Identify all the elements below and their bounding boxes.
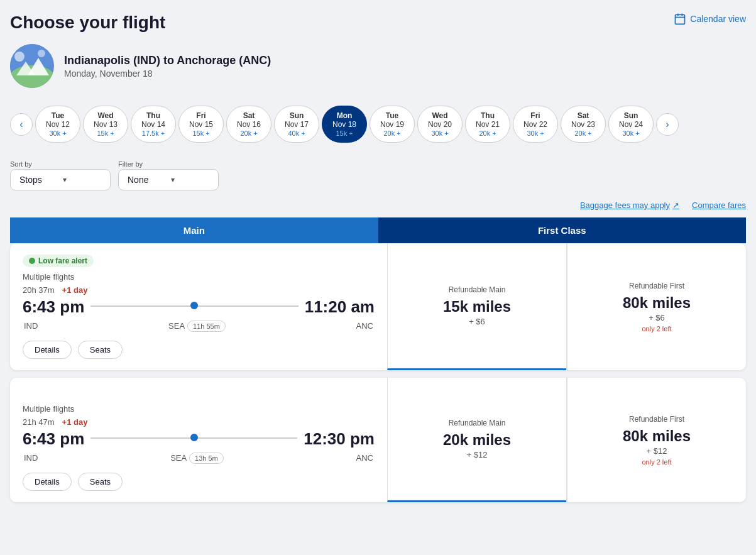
day-label: Sat: [578, 111, 589, 120]
first-fare-miles: 80k miles: [623, 427, 691, 445]
date-pill-thu-nov14[interactable]: Thu Nov 14 17.5k +: [131, 106, 176, 143]
date-pill-wed-nov13[interactable]: Wed Nov 13 15k +: [83, 106, 128, 143]
date-selector: ‹ Tue Nov 12 30k + Wed Nov 13 15k + Thu …: [10, 101, 746, 148]
svg-point-8: [14, 52, 25, 62]
main-fare-option[interactable]: Refundable Main 15k miles + $6: [387, 243, 566, 370]
flight-card-1: Low fare alert Multiple flights 20h 37m …: [10, 243, 746, 370]
date-label: Nov 19: [380, 120, 404, 129]
total-duration: 21h 47m: [23, 417, 55, 427]
layover-duration: 11h 55m: [187, 321, 226, 332]
filter-label: Filter by: [118, 160, 219, 168]
date-pill-fri-nov22[interactable]: Fri Nov 22 30k +: [513, 106, 558, 143]
first-fare-option[interactable]: Refundable First 80k miles + $12 only 2 …: [567, 378, 746, 502]
low-fare-badge: Low fare alert: [23, 255, 94, 267]
price-label: 15k +: [336, 129, 353, 137]
route-line: [90, 305, 298, 307]
price-label: 17.5k +: [142, 129, 165, 137]
date-pill-mon-nov18[interactable]: Mon Nov 18 15k +: [322, 106, 367, 143]
date-label: Nov 22: [523, 120, 547, 129]
main-fare-label: Refundable Main: [449, 419, 506, 427]
next-date-button[interactable]: ›: [656, 113, 679, 136]
date-pill-sun-nov24[interactable]: Sun Nov 24 30k +: [608, 106, 654, 143]
route-line: [90, 437, 297, 439]
flight-card-2: Multiple flights 21h 47m +1 day 6:43 pm …: [10, 378, 746, 502]
flight-info-2: Multiple flights 21h 47m +1 day 6:43 pm …: [10, 378, 387, 502]
fare-options-1: Refundable Main 15k miles + $6 Refundabl…: [387, 243, 746, 370]
date-pill-sun-nov17[interactable]: Sun Nov 17 40k +: [274, 106, 319, 143]
day-label: Mon: [337, 111, 353, 120]
price-label: 15k +: [97, 129, 114, 137]
date-label: Nov 18: [332, 120, 356, 129]
main-fare-miles: 15k miles: [443, 298, 511, 316]
origin-code: IND: [24, 453, 38, 463]
route-date: Monday, November 18: [64, 69, 271, 79]
flight-times-row: 6:43 pm 12:30 pm: [23, 429, 375, 449]
price-label: 30k +: [431, 129, 448, 137]
destination-code: ANC: [356, 321, 373, 331]
day-label: Thu: [146, 111, 160, 120]
svg-rect-0: [676, 14, 685, 24]
svg-point-9: [38, 50, 45, 57]
price-label: 30k +: [49, 129, 66, 137]
date-pill-tue-nov12[interactable]: Tue Nov 12 30k +: [35, 106, 80, 143]
details-button[interactable]: Details: [23, 473, 72, 491]
total-duration: 20h 37m: [23, 285, 55, 295]
filter-dropdown[interactable]: None ▾: [118, 169, 219, 190]
route-info: Indianapolis (IND) to Anchorage (ANC) Mo…: [10, 44, 746, 88]
date-pill-wed-nov20[interactable]: Wed Nov 20 30k +: [417, 106, 463, 143]
external-link-icon: ↗: [672, 201, 679, 210]
layover-dot-icon: [190, 434, 198, 441]
day-label: Fri: [530, 111, 540, 120]
prev-date-button[interactable]: ‹: [10, 113, 33, 136]
calendar-view-button[interactable]: Calendar view: [674, 13, 746, 25]
low-fare-dot-icon: [29, 258, 35, 264]
fare-tabs: Main First Class: [10, 217, 746, 243]
main-fare-option[interactable]: Refundable Main 20k miles + $12: [387, 378, 566, 502]
plus-day: +1 day: [62, 417, 88, 427]
sort-dropdown[interactable]: Stops ▾: [10, 169, 111, 190]
layover-info: SEA 13h 5m: [170, 451, 224, 464]
compare-fares-button[interactable]: Compare fares: [692, 201, 746, 210]
price-label: 20k +: [383, 129, 400, 137]
date-label: Nov 14: [141, 120, 165, 129]
flight-route-line: [90, 305, 298, 309]
filter-value: None: [128, 175, 166, 185]
day-label: Thu: [481, 111, 495, 120]
day-label: Sun: [290, 111, 304, 120]
day-label: Sat: [243, 111, 255, 120]
first-fare-label: Refundable First: [629, 415, 684, 424]
baggage-fees-button[interactable]: Baggage fees may apply ↗: [580, 201, 679, 210]
tab-main[interactable]: Main: [10, 217, 378, 243]
airport-row: IND SEA 13h 5m ANC: [23, 451, 375, 464]
origin-code: IND: [24, 321, 38, 331]
date-label: Nov 12: [46, 120, 70, 129]
fare-options-2: Refundable Main 20k miles + $12 Refundab…: [387, 378, 746, 502]
layover-dot-icon: [190, 302, 198, 309]
flight-info-1: Low fare alert Multiple flights 20h 37m …: [10, 243, 387, 370]
first-fare-label: Refundable First: [629, 282, 684, 290]
route-image: [10, 44, 54, 88]
links-row: Baggage fees may apply ↗ Compare fares: [10, 201, 746, 210]
action-buttons: Details Seats: [23, 473, 375, 491]
first-fare-warning: only 2 left: [642, 325, 671, 332]
date-pill-fri-nov15[interactable]: Fri Nov 15 15k +: [178, 106, 224, 143]
tab-first-class[interactable]: First Class: [378, 217, 747, 243]
layover-code: SEA: [170, 453, 187, 463]
layover-code: SEA: [168, 321, 185, 331]
first-fare-option[interactable]: Refundable First 80k miles + $6 only 2 l…: [567, 243, 746, 370]
date-pills-container: Tue Nov 12 30k + Wed Nov 13 15k + Thu No…: [35, 106, 654, 143]
arrive-time: 12:30 pm: [304, 429, 375, 449]
destination-code: ANC: [356, 453, 373, 463]
sort-label: Sort by: [10, 160, 111, 168]
seats-button[interactable]: Seats: [78, 341, 123, 359]
date-pill-tue-nov19[interactable]: Tue Nov 19 20k +: [370, 106, 415, 143]
flight-route-line: [90, 437, 297, 441]
date-pill-sat-nov23[interactable]: Sat Nov 23 20k +: [561, 106, 606, 143]
date-label: Nov 15: [189, 120, 213, 129]
flight-type-label: Multiple flights: [23, 404, 375, 414]
date-pill-thu-nov21[interactable]: Thu Nov 21 20k +: [465, 106, 510, 143]
details-button[interactable]: Details: [23, 341, 72, 359]
seats-button[interactable]: Seats: [78, 473, 123, 491]
date-pill-sat-nov16[interactable]: Sat Nov 16 20k +: [226, 106, 271, 143]
controls-row: Sort by Stops ▾ Filter by None ▾: [10, 160, 746, 190]
